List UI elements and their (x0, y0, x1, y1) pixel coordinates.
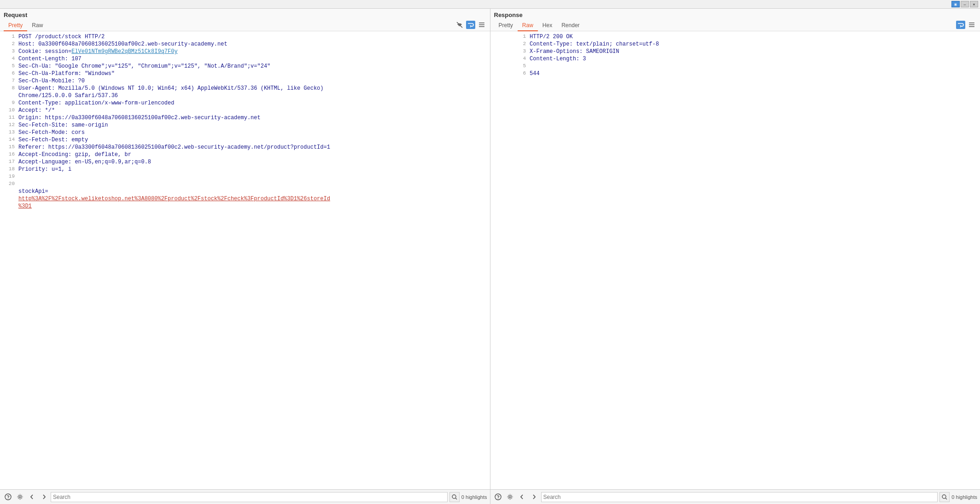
request-search-btn[interactable] (449, 492, 460, 502)
table-row: stockApi= (0, 188, 490, 195)
table-row: %3D1 (0, 203, 490, 210)
request-highlights: 0 highlights (461, 494, 487, 500)
table-row: 6 544 (490, 70, 980, 77)
response-panel: Response Pretty Raw Hex Render (490, 9, 980, 489)
response-forward-btn[interactable] (529, 492, 539, 502)
table-row: Chrome/125.0.0.0 Safari/537.36 (0, 92, 490, 99)
response-help-btn[interactable] (493, 492, 503, 502)
table-row: 5 Sec-Ch-Ua: "Google Chrome";v="125", "C… (0, 63, 490, 70)
response-tab-row: Pretty Raw Hex Render (494, 20, 977, 31)
table-row: 4 Content-Length: 107 (0, 55, 490, 63)
response-back-btn[interactable] (517, 492, 527, 502)
request-header: Request Pretty Raw (0, 9, 490, 31)
table-row: 14 Sec-Fetch-Dest: empty (0, 136, 490, 144)
request-content: 1 POST /product/stock HTTP/2 2 Host: 0a3… (0, 31, 490, 489)
response-settings-btn[interactable] (505, 492, 515, 502)
svg-rect-2 (479, 23, 484, 23)
response-header: Response Pretty Raw Hex Render (490, 9, 980, 31)
table-row: 19 (0, 173, 490, 180)
wrap-icon[interactable] (466, 21, 475, 29)
minimize-btn[interactable]: — (961, 1, 969, 7)
restore-btn[interactable]: ▣ (951, 1, 960, 7)
table-row: 20 (0, 180, 490, 188)
close-btn[interactable]: ✕ (970, 1, 978, 7)
table-row: 5 (490, 63, 980, 70)
table-row: 16 Accept-Encoding: gzip, deflate, br (0, 151, 490, 158)
stock-api-url: http%3A%2F%2Fstock.weliketoshop.net%3A80… (18, 196, 330, 202)
request-search-input[interactable] (51, 492, 448, 502)
table-row: 3 Cookie: session=ElVe01NTm9gRWBe2qBMz51… (0, 48, 490, 55)
request-panel: Request Pretty Raw (0, 9, 490, 489)
svg-point-9 (7, 498, 8, 499)
tab-response-render[interactable]: Render (557, 20, 584, 31)
request-forward-btn[interactable] (39, 492, 49, 502)
response-lines: 1 HTTP/2 200 OK 2 Content-Type: text/pla… (490, 33, 980, 77)
svg-rect-6 (969, 24, 974, 25)
table-row: 4 Content-Length: 3 (490, 55, 980, 63)
table-row: 1 HTTP/2 200 OK (490, 33, 980, 41)
svg-rect-7 (969, 26, 974, 27)
bottom-bar: 0 highlights (0, 489, 980, 504)
table-row: 13 Sec-Fetch-Mode: cors (0, 129, 490, 136)
top-bar: ▣ — ✕ (0, 0, 980, 9)
table-row: 10 Accept: */* (0, 107, 490, 114)
response-search-input[interactable] (541, 492, 938, 502)
table-row: 15 Referer: https://0a3300f6048a70608136… (0, 144, 490, 151)
response-title: Response (494, 12, 977, 18)
session-value: ElVe01NTm9gRWBe2qBMz51Ck8I9q7F0y (71, 48, 177, 55)
tab-response-raw[interactable]: Raw (518, 20, 538, 31)
eye-off-icon[interactable] (455, 21, 464, 29)
tab-response-hex[interactable]: Hex (538, 20, 557, 31)
svg-line-12 (455, 498, 457, 499)
response-highlights: 0 highlights (951, 494, 977, 500)
svg-point-11 (452, 495, 456, 498)
svg-point-10 (19, 496, 21, 498)
tab-response-pretty[interactable]: Pretty (494, 20, 518, 31)
stock-api-url-cont: %3D1 (18, 203, 32, 209)
svg-rect-5 (969, 23, 974, 23)
table-row: 8 User-Agent: Mozilla/5.0 (Windows NT 10… (0, 85, 490, 92)
request-title: Request (4, 12, 486, 18)
menu-icon[interactable] (477, 21, 486, 29)
table-row: 2 Host: 0a3300f6048a70608136025100af00c2… (0, 41, 490, 48)
svg-rect-3 (479, 24, 484, 25)
table-row: 18 Priority: u=1, i (0, 166, 490, 173)
tab-request-pretty[interactable]: Pretty (4, 20, 27, 31)
svg-line-17 (945, 498, 947, 499)
svg-point-14 (498, 498, 498, 499)
table-row: 12 Sec-Fetch-Site: same-origin (0, 122, 490, 129)
request-lines: 1 POST /product/stock HTTP/2 2 Host: 0a3… (0, 33, 490, 210)
table-row: 3 X-Frame-Options: SAMEORIGIN (490, 48, 980, 55)
table-row: 6 Sec-Ch-Ua-Platform: "Windows" (0, 70, 490, 77)
table-row: 2 Content-Type: text/plain; charset=utf-… (490, 41, 980, 48)
svg-point-16 (942, 495, 946, 498)
response-tab-actions (956, 21, 976, 30)
request-tab-actions (455, 21, 486, 30)
main-panels: Request Pretty Raw (0, 9, 980, 489)
response-menu-icon[interactable] (967, 21, 976, 29)
response-bottom: 0 highlights (490, 490, 980, 504)
svg-rect-4 (479, 26, 484, 27)
table-row: 17 Accept-Language: en-US,en;q=0.9,ar;q=… (0, 158, 490, 166)
request-tab-row: Pretty Raw (4, 20, 486, 31)
response-search-btn[interactable] (939, 492, 950, 502)
table-row: http%3A%2F%2Fstock.weliketoshop.net%3A80… (0, 195, 490, 203)
request-bottom: 0 highlights (0, 490, 490, 504)
request-settings-btn[interactable] (15, 492, 25, 502)
request-back-btn[interactable] (27, 492, 37, 502)
tab-request-raw[interactable]: Raw (27, 20, 47, 31)
table-row: 9 Content-Type: application/x-www-form-u… (0, 99, 490, 107)
response-wrap-icon[interactable] (956, 21, 965, 29)
table-row: 7 Sec-Ch-Ua-Mobile: ?0 (0, 77, 490, 85)
response-content: 1 HTTP/2 200 OK 2 Content-Type: text/pla… (490, 31, 980, 489)
svg-point-15 (509, 496, 511, 498)
request-help-btn[interactable] (3, 492, 13, 502)
table-row: 11 Origin: https://0a3300f6048a706081360… (0, 114, 490, 122)
table-row: 1 POST /product/stock HTTP/2 (0, 33, 490, 41)
